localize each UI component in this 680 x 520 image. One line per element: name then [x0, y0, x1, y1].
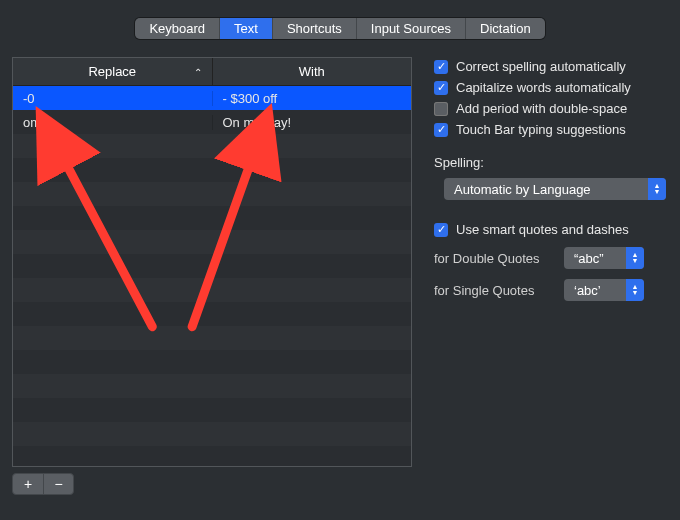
table-row-empty[interactable]	[13, 254, 411, 278]
cell-replace[interactable]: -0	[13, 91, 213, 106]
smart-quotes-option[interactable]: ✓ Use smart quotes and dashes	[434, 222, 668, 237]
correct-spelling-option[interactable]: ✓ Correct spelling automatically	[434, 59, 668, 74]
table-row[interactable]: omwOn my way!	[13, 110, 411, 134]
spelling-select[interactable]: Automatic by Language ▲▼	[444, 178, 666, 200]
add-period-option[interactable]: Add period with double-space	[434, 101, 668, 116]
add-row-button[interactable]: +	[13, 474, 43, 494]
table-row[interactable]: -0- $300 off	[13, 86, 411, 110]
table-row-empty[interactable]	[13, 206, 411, 230]
option-label: Touch Bar typing suggestions	[456, 122, 626, 137]
select-stepper-icon: ▲▼	[626, 279, 644, 301]
table-row-empty[interactable]	[13, 158, 411, 182]
column-header-replace[interactable]: Replace ⌃	[13, 58, 213, 85]
checkbox-icon: ✓	[434, 81, 448, 95]
tab-bar: Keyboard Text Shortcuts Input Sources Di…	[0, 0, 680, 57]
option-label: Use smart quotes and dashes	[456, 222, 629, 237]
table-row-empty[interactable]	[13, 398, 411, 422]
option-label: Add period with double-space	[456, 101, 627, 116]
tab-text[interactable]: Text	[220, 18, 273, 39]
table-row-empty[interactable]	[13, 374, 411, 398]
replacements-table: Replace ⌃ With -0- $300 offomwOn my way!	[12, 57, 412, 467]
checkbox-icon	[434, 102, 448, 116]
select-stepper-icon: ▲▼	[648, 178, 666, 200]
table-row-empty[interactable]	[13, 302, 411, 326]
column-header-with[interactable]: With	[213, 58, 412, 85]
table-row-empty[interactable]	[13, 278, 411, 302]
capitalize-words-option[interactable]: ✓ Capitalize words automatically	[434, 80, 668, 95]
cell-with[interactable]: - $300 off	[213, 91, 412, 106]
single-quotes-label: for Single Quotes	[434, 283, 554, 298]
single-quotes-select[interactable]: ‘abc’ ▲▼	[564, 279, 644, 301]
checkbox-icon: ✓	[434, 60, 448, 74]
table-row-empty[interactable]	[13, 230, 411, 254]
column-header-label: Replace	[88, 64, 136, 79]
select-stepper-icon: ▲▼	[626, 247, 644, 269]
double-quotes-label: for Double Quotes	[434, 251, 554, 266]
tab-segmented-control: Keyboard Text Shortcuts Input Sources Di…	[135, 18, 544, 39]
double-quotes-select[interactable]: “abc” ▲▼	[564, 247, 644, 269]
checkbox-icon: ✓	[434, 223, 448, 237]
spelling-label: Spelling:	[434, 155, 668, 170]
option-label: Capitalize words automatically	[456, 80, 631, 95]
table-row-empty[interactable]	[13, 350, 411, 374]
table-row-empty[interactable]	[13, 182, 411, 206]
table-row-empty[interactable]	[13, 326, 411, 350]
cell-replace[interactable]: omw	[13, 115, 213, 130]
tab-keyboard[interactable]: Keyboard	[135, 18, 220, 39]
select-value: Automatic by Language	[454, 182, 591, 197]
add-remove-stepper: + −	[12, 473, 74, 495]
checkbox-icon: ✓	[434, 123, 448, 137]
column-header-label: With	[299, 64, 325, 79]
sort-indicator-icon: ⌃	[194, 66, 202, 77]
select-value: ‘abc’	[574, 283, 601, 298]
tab-dictation[interactable]: Dictation	[466, 18, 545, 39]
table-row-empty[interactable]	[13, 134, 411, 158]
cell-with[interactable]: On my way!	[213, 115, 412, 130]
options-panel: ✓ Correct spelling automatically ✓ Capit…	[434, 57, 668, 495]
tab-shortcuts[interactable]: Shortcuts	[273, 18, 357, 39]
remove-row-button[interactable]: −	[43, 474, 73, 494]
tab-input-sources[interactable]: Input Sources	[357, 18, 466, 39]
select-value: “abc”	[574, 251, 604, 266]
table-row-empty[interactable]	[13, 446, 411, 466]
touch-bar-option[interactable]: ✓ Touch Bar typing suggestions	[434, 122, 668, 137]
table-row-empty[interactable]	[13, 422, 411, 446]
option-label: Correct spelling automatically	[456, 59, 626, 74]
